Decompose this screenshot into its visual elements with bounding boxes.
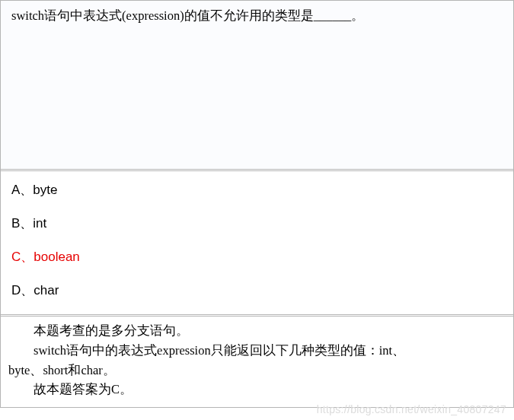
option-a-text: byte (33, 183, 57, 197)
question-text: switch语句中表达式(expression)的值不允许用的类型是______… (11, 8, 364, 23)
explanation-line-1: 本题考查的是多分支语句。 (8, 321, 506, 341)
option-a: A、byte (11, 182, 503, 199)
explanation-line-3: 故本题答案为C。 (8, 380, 506, 399)
question-panel: switch语句中表达式(expression)的值不允许用的类型是______… (0, 0, 514, 169)
option-b-text: int (33, 216, 46, 231)
option-b: B、int (11, 215, 503, 232)
explanation-line-2a: switch语句中的表达式expression只能返回以下几种类型的值：int、 (8, 341, 506, 361)
option-a-label: A (11, 183, 20, 197)
option-d-label: D (11, 283, 21, 298)
option-c: C、boolean (11, 249, 503, 266)
option-d-sep: 、 (21, 283, 34, 298)
option-b-label: B (11, 216, 20, 231)
option-a-sep: 、 (20, 183, 33, 197)
option-c-text: boolean (34, 250, 80, 264)
option-d: D、char (11, 282, 503, 299)
options-panel: A、byte B、int C、boolean D、char (0, 169, 514, 314)
option-d-text: char (34, 283, 59, 298)
explanation-panel: 本题考查的是多分支语句。 switch语句中的表达式expression只能返回… (0, 314, 514, 407)
option-b-sep: 、 (20, 216, 33, 231)
option-c-sep: 、 (21, 250, 34, 264)
explanation-line-2b: byte、short和char。 (8, 361, 506, 380)
option-c-label: C (11, 250, 21, 264)
